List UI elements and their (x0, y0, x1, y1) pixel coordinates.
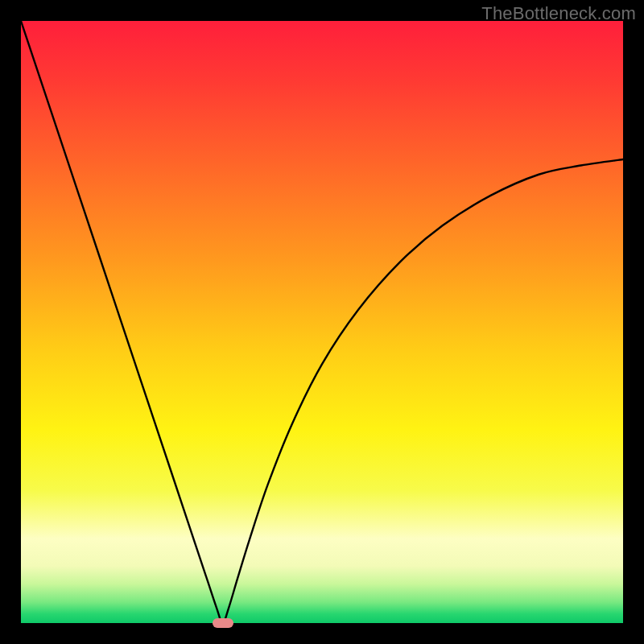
gradient-background (21, 21, 623, 623)
plot-svg (21, 21, 623, 623)
optimal-point-marker (213, 618, 233, 628)
watermark-text: TheBottleneck.com (481, 3, 636, 24)
plot-area (21, 21, 623, 623)
chart-frame: TheBottleneck.com (0, 0, 644, 644)
